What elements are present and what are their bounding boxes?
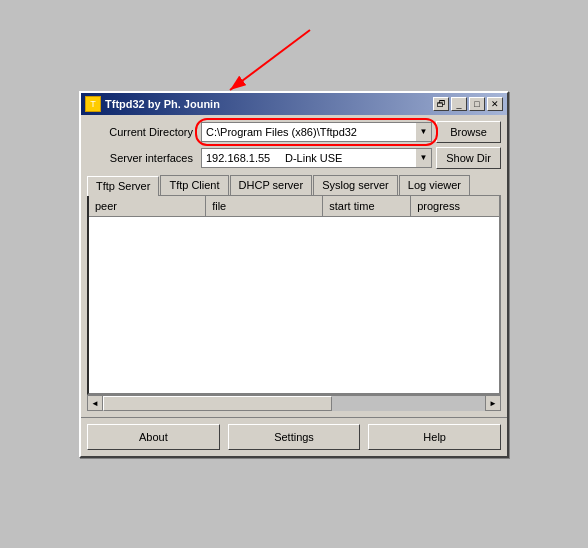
server-ip-value[interactable]: 192.168.1.55 [201, 148, 281, 168]
scroll-thumb[interactable] [103, 396, 332, 411]
col-file: file [206, 196, 323, 216]
current-dir-value[interactable]: C:\Program Files (x86)\Tftpd32 [201, 122, 416, 142]
tftp-table: peer file start time progress [87, 195, 501, 395]
scroll-right-button[interactable]: ► [485, 395, 501, 411]
tab-syslog-server[interactable]: Syslog server [313, 175, 398, 195]
col-progress: progress [411, 196, 499, 216]
server-iface-row: Server interfaces 192.168.1.55 D-Link US… [87, 147, 501, 169]
bottom-bar: About Settings Help [81, 417, 507, 456]
current-dir-select: C:\Program Files (x86)\Tftpd32 ▼ [201, 122, 432, 142]
server-iface-name[interactable]: D-Link USE [281, 148, 416, 168]
server-iface-label: Server interfaces [87, 152, 197, 164]
tab-tftp-client[interactable]: Tftp Client [160, 175, 228, 195]
titlebar: T Tftpd32 by Ph. Jounin 🗗 _ □ ✕ [81, 93, 507, 115]
showdir-button[interactable]: Show Dir [436, 147, 501, 169]
table-body [89, 217, 499, 393]
minimize-button[interactable]: _ [451, 97, 467, 111]
svg-line-1 [230, 30, 310, 90]
close-button[interactable]: ✕ [487, 97, 503, 111]
scroll-track[interactable] [103, 396, 485, 411]
titlebar-buttons: 🗗 _ □ ✕ [433, 97, 503, 111]
col-start-time: start time [323, 196, 411, 216]
col-peer: peer [89, 196, 206, 216]
about-button[interactable]: About [87, 424, 220, 450]
horizontal-scrollbar: ◄ ► [87, 395, 501, 411]
current-dir-label: Current Directory [87, 126, 197, 138]
server-iface-combo: 192.168.1.55 D-Link USE ▼ [201, 148, 432, 168]
main-content: Current Directory C:\Program Files (x86)… [81, 115, 507, 417]
current-dir-input-wrap: C:\Program Files (x86)\Tftpd32 ▼ [201, 122, 432, 142]
help-button[interactable]: Help [368, 424, 501, 450]
browse-button[interactable]: Browse [436, 121, 501, 143]
table-header: peer file start time progress [89, 196, 499, 217]
current-dir-dropdown-arrow[interactable]: ▼ [416, 122, 432, 142]
tabs-row: Tftp Server Tftp Client DHCP server Sysl… [87, 175, 501, 195]
scroll-left-button[interactable]: ◄ [87, 395, 103, 411]
maximize-button[interactable]: □ [469, 97, 485, 111]
server-iface-dropdown-arrow[interactable]: ▼ [416, 148, 432, 168]
tab-log-viewer[interactable]: Log viewer [399, 175, 470, 195]
tab-tftp-server[interactable]: Tftp Server [87, 176, 159, 196]
settings-button[interactable]: Settings [228, 424, 361, 450]
restore-button[interactable]: 🗗 [433, 97, 449, 111]
window-title: Tftpd32 by Ph. Jounin [105, 98, 429, 110]
window-icon: T [85, 96, 101, 112]
tab-dhcp-server[interactable]: DHCP server [230, 175, 313, 195]
current-dir-row: Current Directory C:\Program Files (x86)… [87, 121, 501, 143]
main-window: T Tftpd32 by Ph. Jounin 🗗 _ □ ✕ Current … [79, 91, 509, 458]
